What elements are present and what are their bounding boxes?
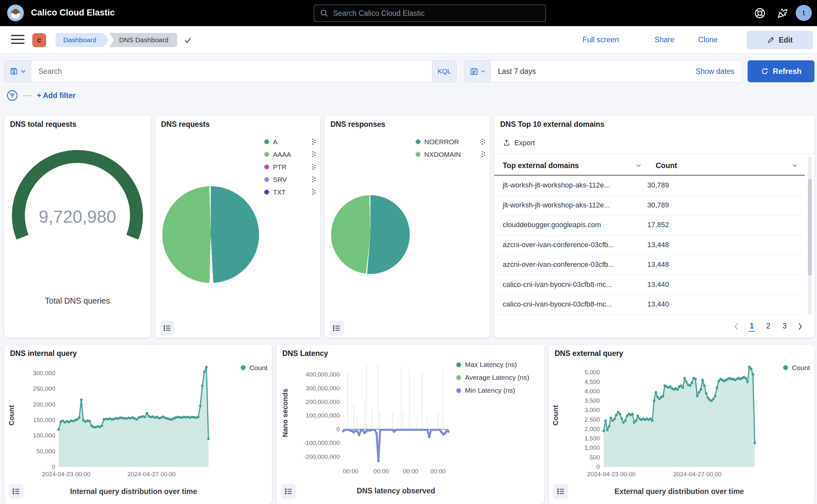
user-avatar[interactable]: t — [796, 5, 812, 21]
legend-action-icon[interactable] — [312, 189, 316, 195]
kql-search-input[interactable] — [31, 61, 432, 82]
help-icon[interactable] — [754, 7, 766, 19]
top-header: Calico Cloud Elastic t — [0, 0, 817, 26]
legend-action-icon[interactable] — [312, 151, 316, 157]
legend-item[interactable]: Count — [783, 361, 810, 374]
count-cell: 13,448 — [647, 260, 669, 269]
legend-item[interactable]: NOERROR — [416, 136, 485, 148]
share-link[interactable]: Share — [655, 35, 674, 44]
edit-button[interactable]: Edit — [747, 31, 813, 49]
legend-item[interactable]: Count — [241, 361, 267, 374]
dns-requests-pie[interactable] — [162, 186, 259, 283]
column-header-count[interactable]: Count — [656, 156, 798, 175]
global-search-input[interactable] — [333, 9, 540, 18]
whats-new-icon[interactable] — [776, 7, 789, 19]
legend-toggle-icon[interactable] — [553, 484, 568, 499]
legend-toggle-icon[interactable] — [329, 321, 344, 336]
next-page-icon[interactable] — [798, 323, 803, 330]
domain-cell: calico-cni-ivan-byocni-03cfb8-mc... — [494, 280, 647, 289]
chevron-down-icon — [481, 70, 485, 73]
show-dates-link[interactable]: Show dates — [696, 61, 742, 82]
time-range-value[interactable]: Last 7 days — [491, 61, 696, 82]
domain-cell: azcni-over-ivan-conference-03cfb... — [494, 241, 647, 249]
legend-action-icon[interactable] — [312, 164, 316, 170]
legend-swatch — [416, 139, 420, 144]
legend-item[interactable]: Average Latency (ns) — [456, 371, 529, 384]
full-screen-link[interactable]: Full screen — [583, 35, 619, 44]
page-2-button[interactable]: 2 — [765, 321, 772, 332]
dns-responses-pie[interactable] — [331, 195, 410, 274]
legend-swatch — [456, 375, 461, 380]
breadcrumb-dashboard[interactable]: Dashboard — [55, 33, 109, 47]
filter-icon[interactable] — [6, 90, 18, 101]
legend-action-icon[interactable] — [482, 139, 485, 145]
pencil-icon — [767, 36, 775, 44]
table-row: jlt-worksh-jlt-workshop-aks-112e...30,78… — [494, 196, 805, 216]
legend-label: NXDOMAIN — [424, 151, 478, 158]
add-filter-link[interactable]: + Add filter — [37, 91, 76, 100]
calendar-menu-button[interactable] — [465, 61, 491, 82]
kql-language-button[interactable]: KQL — [432, 61, 456, 82]
gauge-caption: Total DNS queries — [4, 296, 151, 306]
app-logo[interactable] — [7, 5, 24, 21]
legend-toggle-icon[interactable] — [160, 321, 175, 336]
legend-label: A — [273, 138, 308, 146]
dashboard-toolbar: c Dashboard DNS Dashboard Full screen Sh… — [0, 26, 817, 54]
legend-label: Min Latency (ns) — [465, 387, 529, 394]
panel-dns-total-requests: DNS total requests 9,720,980 Total DNS q… — [4, 116, 151, 338]
page-3-button[interactable]: 3 — [781, 321, 788, 332]
legend-item[interactable]: PTR — [264, 161, 316, 173]
table-scrollbar-thumb[interactable] — [808, 179, 812, 276]
legend-item[interactable]: SRV — [264, 173, 316, 186]
legend-item[interactable]: A — [264, 136, 316, 148]
chevron-down-icon — [21, 69, 26, 73]
legend-item[interactable]: Min Latency (ns) — [456, 384, 529, 397]
legend-toggle-icon[interactable] — [281, 484, 296, 499]
legend-swatch — [264, 165, 269, 169]
clone-link[interactable]: Clone — [698, 35, 718, 44]
legend-item[interactable]: Max Latency (ns) — [456, 358, 529, 371]
x-axis-ticks: 2024-04-23 00:002024-04-27 00:00 — [604, 471, 755, 480]
refresh-button[interactable]: Refresh — [748, 60, 814, 82]
x-axis-ticks: 00:0000:0000:0000:00 — [343, 468, 449, 478]
export-button[interactable]: Export — [503, 139, 535, 147]
internal-query-chart[interactable] — [59, 364, 208, 467]
legend-label: SRV — [273, 176, 308, 184]
x-axis-title: Internal query distribution over time — [46, 487, 221, 496]
legend-swatch — [456, 362, 461, 367]
panel-title: DNS total requests — [10, 120, 76, 129]
pie-legend: NOERRORNXDOMAIN — [416, 136, 485, 161]
saved-query-menu-button[interactable] — [5, 61, 31, 82]
legend-item[interactable]: TXT — [264, 186, 316, 198]
search-icon — [320, 9, 328, 17]
legend-label: Count — [249, 364, 267, 372]
check-icon — [183, 36, 192, 44]
global-search[interactable] — [314, 5, 546, 22]
breadcrumb-current: DNS Dashboard — [109, 33, 177, 47]
page-1-button[interactable]: 1 — [749, 321, 755, 332]
table-pagination: 123 — [734, 321, 803, 332]
external-query-chart[interactable] — [604, 364, 755, 467]
y-axis-ticks: 050,000100,000150,000200,000250,000300,0… — [14, 364, 55, 467]
legend-action-icon[interactable] — [312, 139, 316, 145]
table-body: jlt-worksh-jlt-workshop-aks-112e...30,78… — [494, 176, 805, 315]
space-badge[interactable]: c — [32, 33, 46, 47]
calendar-icon — [470, 67, 478, 76]
panel-title: DNS Latency — [282, 349, 328, 358]
legend-label: PTR — [273, 163, 308, 171]
column-header-domains[interactable]: Top external domains — [503, 156, 641, 175]
gauge-value: 9,720,980 — [4, 207, 151, 227]
previous-page-icon[interactable] — [734, 323, 739, 330]
legend-label: AAAA — [273, 151, 308, 158]
legend-toggle-icon[interactable] — [9, 484, 24, 499]
x-axis-title: DNS latency observed — [325, 487, 467, 495]
legend-item[interactable]: AAAA — [264, 148, 316, 161]
legend-action-icon[interactable] — [312, 176, 316, 183]
latency-chart[interactable] — [343, 363, 449, 463]
menu-icon[interactable] — [11, 35, 25, 45]
legend-label: Count — [792, 364, 810, 372]
legend-item[interactable]: NXDOMAIN — [416, 148, 485, 161]
y-axis-ticks: 05001,0001,5002,0002,5003,0003,5004,0004… — [565, 364, 600, 467]
legend-action-icon[interactable] — [482, 151, 485, 157]
legend-label: Average Latency (ns) — [465, 374, 529, 381]
